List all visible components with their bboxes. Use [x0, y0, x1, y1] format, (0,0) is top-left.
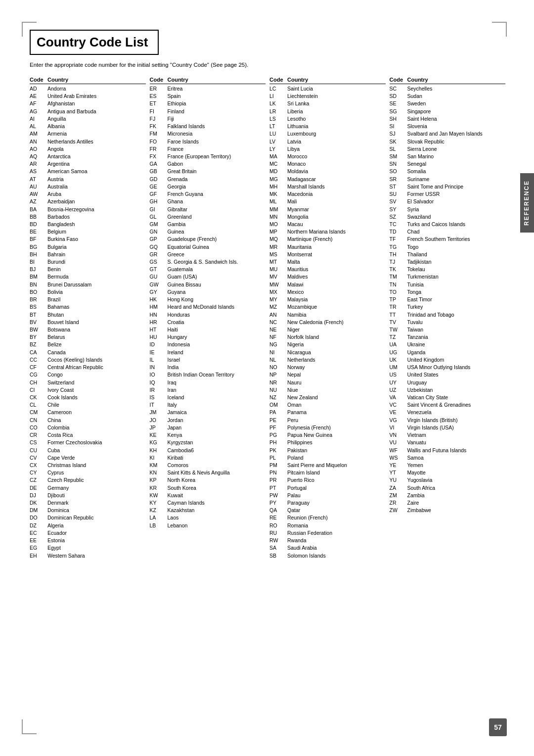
country-name: Macau [287, 221, 386, 228]
country-code: VE [390, 409, 407, 416]
country-code: IR [150, 386, 168, 394]
country-name: Senegal [407, 160, 506, 168]
table-row: MWMalawi [269, 281, 386, 288]
country-code: RE [269, 514, 287, 521]
table-row: CIIvory Coast [30, 386, 146, 394]
country-name: Virgin Islands (British) [407, 417, 506, 424]
table-row: ARArgentina [30, 160, 146, 168]
table-row: MSMontserrat [269, 251, 386, 258]
country-name: Liberia [287, 108, 386, 115]
country-name: Kiribati [168, 454, 266, 462]
country-code: PN [269, 469, 287, 476]
country-code: MH [269, 183, 287, 190]
table-row: SASaudi Arabia [269, 544, 386, 552]
country-code: CA [30, 349, 47, 356]
country-code: SB [269, 552, 287, 560]
table-row: PWPalau [269, 492, 386, 499]
column-3: CodeCountrySCSeychellesSDSudanSESwedenSG… [390, 77, 510, 560]
col-header-code: Code [269, 77, 287, 83]
country-name: Malta [287, 258, 386, 266]
country-code: LS [269, 115, 287, 123]
table-row: HRCroatia [150, 319, 266, 326]
country-name: Nigeria [287, 341, 386, 348]
country-code: MO [269, 221, 287, 228]
country-code: KZ [150, 507, 168, 514]
country-code: ZW [390, 507, 407, 514]
country-code: MD [269, 168, 287, 175]
country-name: Morocco [287, 153, 386, 160]
corner-mark-vbl [22, 719, 23, 734]
country-code: JO [150, 417, 168, 424]
col-header-country: Country [168, 77, 266, 83]
table-row: BRBrazil [30, 296, 146, 303]
country-code: AN [269, 311, 287, 319]
country-name: Uganda [407, 349, 506, 356]
country-code: DJ [30, 492, 47, 499]
country-name: Belgium [47, 228, 146, 236]
country-name: Oman [287, 401, 386, 409]
table-row: SVEl Salvador [390, 198, 506, 205]
country-name: Bulgaria [47, 243, 146, 251]
country-code: FX [150, 153, 168, 160]
country-name: Heard and McDonald Islands [168, 303, 266, 311]
country-name: Central African Republic [47, 364, 146, 371]
table-row: CHSwitzerland [30, 379, 146, 386]
table-row: PAPanama [269, 409, 386, 416]
table-row: AMArmenia [30, 130, 146, 138]
country-code: TG [390, 243, 407, 251]
country-name: British Indian Ocean Territory [168, 371, 266, 378]
country-name: France [168, 145, 266, 153]
country-code: NU [269, 386, 287, 394]
table-row: NCNew Caledonia (French) [269, 319, 386, 326]
table-row: AGAntigua and Barbuda [30, 108, 146, 115]
country-name: Brazil [47, 296, 146, 303]
country-name: Cocos (Keeling) Islands [47, 356, 146, 364]
table-row: PKPakistan [269, 447, 386, 454]
table-row: KMComoros [150, 462, 266, 469]
table-row: GQEquatorial Guinea [150, 243, 266, 251]
country-name: Chile [47, 401, 146, 409]
col-header-0: CodeCountry [30, 77, 146, 84]
table-row: GIGibraltar [150, 206, 266, 213]
table-row: GSS. Georgia & S. Sandwich Isls. [150, 258, 266, 266]
table-row: MYMalaysia [269, 296, 386, 303]
country-name: Bouvet Island [47, 319, 146, 326]
country-name: Macedonia [287, 190, 386, 198]
country-name: Bolivia [47, 288, 146, 296]
table-row: PMSaint Pierre and Miquelon [269, 462, 386, 469]
country-code: KI [150, 454, 168, 462]
country-name: Peru [287, 417, 386, 424]
country-name: Antigua and Barbuda [47, 108, 146, 115]
country-code: CI [30, 386, 47, 394]
table-row: EHWestern Sahara [30, 552, 146, 560]
country-code: DK [30, 499, 47, 507]
country-code: RO [269, 522, 287, 529]
country-code: ID [150, 341, 168, 348]
country-name: Norway [287, 364, 386, 371]
country-code: CF [30, 364, 47, 371]
country-code: KG [150, 439, 168, 446]
country-name: Madagascar [287, 176, 386, 183]
table-row: SLSierra Leone [390, 145, 506, 153]
country-name: Greenland [168, 213, 266, 221]
country-code: MU [269, 266, 287, 273]
country-name: Egypt [47, 544, 146, 552]
country-code: NO [269, 364, 287, 371]
table-row: BWBotswana [30, 326, 146, 333]
country-code: BD [30, 221, 47, 228]
table-row: SNSenegal [390, 160, 506, 168]
country-code: CV [30, 454, 47, 462]
country-name: United Arab Emirates [47, 93, 146, 100]
country-code: RW [269, 537, 287, 544]
country-code: CN [30, 417, 47, 424]
table-row: JMJamaica [150, 409, 266, 416]
country-code: NP [269, 371, 287, 378]
country-code: TO [390, 288, 407, 296]
country-code: CO [30, 424, 47, 431]
country-code: PL [269, 454, 287, 462]
table-row: BGBulgaria [30, 243, 146, 251]
country-name: Malawi [287, 281, 386, 288]
table-row: AQAntarctica [30, 153, 146, 160]
country-name: Jamaica [168, 409, 266, 416]
country-name: Myanmar [287, 206, 386, 213]
